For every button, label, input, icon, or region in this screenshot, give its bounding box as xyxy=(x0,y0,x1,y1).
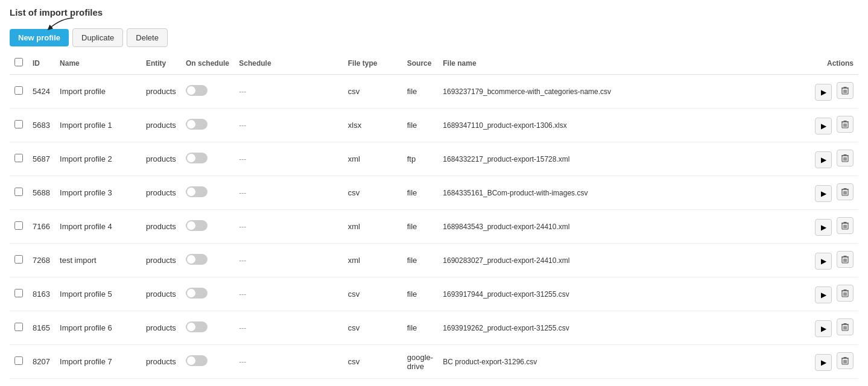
schedule-toggle[interactable] xyxy=(186,220,207,231)
cell-name: Import profile 2 xyxy=(55,142,141,176)
cell-actions: ▶ xyxy=(810,244,858,277)
cell-entity: products xyxy=(141,311,181,345)
cell-file-name: 1689843543_product-export-24410.xml xyxy=(438,210,810,244)
select-all-checkbox[interactable] xyxy=(14,58,23,66)
cell-name: Import profile 4 xyxy=(55,210,141,244)
delete-row-button-8[interactable] xyxy=(837,352,854,369)
row-checkbox-8[interactable] xyxy=(14,356,23,365)
cell-file-type: xml xyxy=(343,244,402,277)
cell-source: file xyxy=(402,210,439,244)
cell-schedule: --- xyxy=(234,142,343,176)
cell-entity: products xyxy=(141,277,181,311)
run-button-5[interactable]: ▶ xyxy=(815,253,832,270)
cell-schedule: --- xyxy=(234,345,343,379)
row-checkbox-4[interactable] xyxy=(14,221,23,230)
run-button-7[interactable]: ▶ xyxy=(815,320,832,337)
delete-row-button-6[interactable] xyxy=(837,285,854,302)
page-header: List of import profiles New profile Dupl… xyxy=(0,0,868,52)
trash-icon xyxy=(841,86,849,95)
cell-schedule: every week on Monday, Wednesday, Friday … xyxy=(234,379,343,387)
col-header-on-schedule: On schedule xyxy=(181,52,234,75)
duplicate-button[interactable]: Duplicate xyxy=(72,28,123,47)
table-row: 5688Import profile 3products---csvfile16… xyxy=(10,176,858,210)
cell-id: 5687 xyxy=(28,142,55,176)
trash-icon xyxy=(841,323,849,331)
run-button-8[interactable]: ▶ xyxy=(815,354,832,371)
delete-row-button-7[interactable] xyxy=(837,318,854,335)
run-button-3[interactable]: ▶ xyxy=(815,185,832,202)
row-checkbox-2[interactable] xyxy=(14,154,23,162)
col-header-file-name: File name xyxy=(438,52,810,75)
delete-row-button-2[interactable] xyxy=(837,150,854,166)
run-button-0[interactable]: ▶ xyxy=(815,84,832,101)
delete-row-button-3[interactable] xyxy=(837,183,854,200)
cell-entity: products xyxy=(141,142,181,176)
cell-actions: ▶ xyxy=(810,109,858,142)
cell-schedule: --- xyxy=(234,109,343,142)
schedule-toggle[interactable] xyxy=(186,119,207,130)
run-button-4[interactable]: ▶ xyxy=(815,219,832,236)
cell-schedule: --- xyxy=(234,75,343,109)
cell-file-name: 1684332217_product-export-15728.xml xyxy=(438,142,810,176)
cell-schedule: --- xyxy=(234,244,343,277)
cell-id: 8243 xyxy=(28,379,55,387)
run-button-2[interactable]: ▶ xyxy=(815,151,832,168)
delete-row-button-5[interactable] xyxy=(837,251,854,268)
trash-icon xyxy=(841,221,849,230)
cell-file-type: csv xyxy=(343,277,402,311)
trash-icon xyxy=(841,154,849,162)
cell-file-name: 1689347110_product-export-1306.xlsx xyxy=(438,109,810,142)
schedule-toggle[interactable] xyxy=(186,254,207,265)
delete-row-button-0[interactable] xyxy=(837,82,854,99)
cell-entity: products xyxy=(141,176,181,210)
cell-entity: products xyxy=(141,379,181,387)
cell-id: 5688 xyxy=(28,176,55,210)
cell-name: Import profile 6 xyxy=(55,311,141,345)
table-row: 5424Import profileproducts---csvfile1693… xyxy=(10,75,858,109)
schedule-toggle[interactable] xyxy=(186,288,207,299)
cell-file-type: csv xyxy=(343,345,402,379)
cell-file-type: csv xyxy=(343,311,402,345)
cell-id: 5683 xyxy=(28,109,55,142)
schedule-toggle[interactable] xyxy=(186,186,207,197)
table-container: ID Name Entity On schedule Schedule File… xyxy=(0,52,868,386)
table-row: 5687Import profile 2products---xmlftp168… xyxy=(10,142,858,176)
row-checkbox-6[interactable] xyxy=(14,289,23,297)
cell-actions: ▶ xyxy=(810,345,858,379)
cell-entity: products xyxy=(141,345,181,379)
delete-row-button-4[interactable] xyxy=(837,217,854,234)
table-row: 8163Import profile 5products---csvfile16… xyxy=(10,277,858,311)
delete-row-button-1[interactable] xyxy=(837,116,854,133)
cell-file-name: https://docs.google.com/spreadsheets/d/1… xyxy=(438,379,810,387)
row-checkbox-3[interactable] xyxy=(14,188,23,196)
schedule-toggle[interactable] xyxy=(186,321,207,332)
cell-actions: ▶ xyxy=(810,210,858,244)
cell-actions: ▶ xyxy=(810,379,858,387)
cell-source: file xyxy=(402,244,439,277)
schedule-toggle[interactable] xyxy=(186,355,207,366)
cell-schedule: --- xyxy=(234,277,343,311)
cell-source: ftp xyxy=(402,142,439,176)
cell-actions: ▶ xyxy=(810,311,858,345)
cell-name: test import xyxy=(55,244,141,277)
row-checkbox-1[interactable] xyxy=(14,120,23,128)
cell-id: 7166 xyxy=(28,210,55,244)
trash-icon xyxy=(841,289,849,297)
delete-button[interactable]: Delete xyxy=(127,28,168,47)
run-button-6[interactable]: ▶ xyxy=(815,286,832,303)
col-header-schedule: Schedule xyxy=(234,52,343,75)
cell-file-type: xlsx xyxy=(343,109,402,142)
row-checkbox-7[interactable] xyxy=(14,323,23,331)
cell-file-name: BC product-export-31296.csv xyxy=(438,345,810,379)
schedule-toggle[interactable] xyxy=(186,153,207,163)
cell-file-name: 1693917944_product-export-31255.csv xyxy=(438,277,810,311)
cell-file-type: xml xyxy=(343,142,402,176)
cell-source: file xyxy=(402,311,439,345)
col-header-file-type: File type xyxy=(343,52,402,75)
row-checkbox-5[interactable] xyxy=(14,255,23,264)
schedule-toggle[interactable] xyxy=(186,85,207,96)
cell-source: google-sheets xyxy=(402,379,439,387)
cell-file-type: google-sheets xyxy=(343,379,402,387)
run-button-1[interactable]: ▶ xyxy=(815,118,832,134)
row-checkbox-0[interactable] xyxy=(14,86,23,95)
